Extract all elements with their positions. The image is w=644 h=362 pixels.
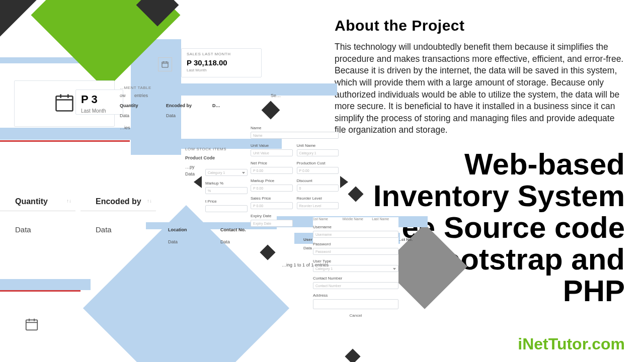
middle-name-label: Middle Name: [343, 217, 369, 221]
cell-data: Data: [0, 225, 80, 234]
decor-diamond: [0, 0, 37, 39]
markup-pct-label: Markup %: [205, 181, 248, 186]
t-price-label: t Price: [205, 199, 248, 204]
prod-cost-input[interactable]: P 0.00: [297, 167, 339, 174]
unit-name-label: Unit Name: [297, 143, 339, 148]
kpi-card-fragment: P 3 Last Month: [75, 89, 123, 115]
sales-card: SALES LAST MONTH P 30,118.00 Last Month: [181, 48, 262, 77]
col-encoded[interactable]: Encoded by↑↓: [80, 197, 161, 211]
t-price-input[interactable]: [205, 205, 248, 212]
sort-icon: ↑↓: [66, 198, 71, 204]
net-price-label: Net Price: [251, 161, 293, 165]
name-label: Name: [251, 126, 339, 130]
product-form-left: Category 1 Markup % % t Price: [205, 169, 248, 217]
cell-data: Data: [80, 225, 161, 234]
markup-price-label: Markup Price: [251, 178, 293, 183]
sales-value: P 30,118.00: [187, 58, 256, 67]
decor-diamond: [345, 348, 360, 362]
location-table: Location Contact No. Data Data: [168, 227, 259, 244]
address-label: Address: [313, 293, 398, 298]
expiry-input[interactable]: Expiry Date: [251, 220, 293, 227]
contact-label: Contact Number: [313, 276, 398, 281]
markup-pct-input[interactable]: %: [205, 187, 248, 194]
sort-icon: ↑↓: [147, 198, 152, 204]
username-input[interactable]: Username: [313, 231, 398, 238]
search-hint: Se…: [271, 93, 281, 98]
showing-text: …ing 1 to 1 of 1 entries: [282, 262, 329, 267]
svg-rect-0: [56, 96, 73, 111]
net-price-input[interactable]: P 0.00: [251, 167, 293, 174]
unit-value-label: Unit Value: [251, 143, 293, 148]
col-encoded-label: Encoded by: [96, 197, 141, 206]
sales-price-label: Sales Price: [251, 196, 293, 201]
col-quantity-label: Quantity: [15, 197, 48, 206]
category-select[interactable]: Category 1: [205, 169, 248, 176]
sales-label: SALES LAST MONTH: [187, 52, 256, 56]
address-input[interactable]: [313, 299, 398, 309]
chevron-left-icon: [194, 176, 202, 188]
col-contact: Contact No.: [220, 227, 251, 232]
cancel-button[interactable]: Cancel: [313, 313, 398, 318]
reorder-input[interactable]: Reorder Level: [297, 202, 339, 209]
chevron-right-icon: [340, 176, 348, 188]
col-location: Location: [168, 227, 198, 232]
entries-suffix: entries: [134, 93, 148, 98]
col-d: D…: [212, 103, 244, 108]
cell-data: Data: [166, 113, 197, 118]
entries-prefix: ow: [120, 93, 126, 98]
calendar-icon: [24, 317, 39, 332]
last-name-label: Last Name: [372, 217, 398, 221]
calendar-small-icon: [158, 57, 172, 71]
sales-price-input[interactable]: P 0.00: [251, 202, 293, 209]
prod-cost-label: Production Cost: [297, 161, 339, 165]
unit-name-input[interactable]: Category 1: [297, 149, 339, 156]
decor-strip: [0, 279, 91, 290]
col-encoded: Encoded by: [166, 103, 197, 108]
contact-input[interactable]: Contact Number: [313, 282, 398, 289]
user-right-hdr: …ct No.: [397, 237, 413, 242]
table-title: …MENT TABLE: [120, 85, 281, 90]
cell-data: Data: [168, 239, 198, 244]
password-label: Password: [313, 242, 398, 246]
unit-value-input[interactable]: Unit Value: [251, 149, 293, 156]
kpi-sub: Last Month: [81, 108, 118, 114]
table-fragment: …MENT TABLE ow entries Se… Quantity Enco…: [120, 85, 281, 130]
svg-rect-1: [162, 62, 168, 67]
password-input[interactable]: Password: [313, 248, 398, 255]
cell-data: Data: [220, 239, 251, 244]
col-quantity[interactable]: Quantity↑↓: [0, 197, 80, 211]
markup-price-input[interactable]: P 0.00: [251, 185, 293, 192]
product-form: Name Name Unit Value Unit Value Unit Nam…: [251, 126, 339, 231]
discount-input[interactable]: 0: [297, 185, 339, 192]
decor-diamond: [260, 244, 275, 260]
username-label: Username: [313, 225, 398, 229]
name-input[interactable]: Name: [251, 132, 339, 139]
svg-rect-2: [26, 320, 38, 330]
expiry-label: Expiry Date: [251, 214, 293, 218]
discount-label: Discount: [297, 178, 339, 183]
table-snippet: Quantity↑↓ Encoded by↑↓ Data Data: [0, 197, 161, 234]
sales-sub: Last Month: [187, 68, 256, 72]
decor-diamond: [348, 186, 363, 202]
first-name-label: 1st Name: [313, 217, 340, 221]
reorder-label: Reorder Level: [297, 196, 339, 201]
collage: P 3 Last Month SALES LAST MONTH P 30,118…: [0, 0, 433, 362]
user-form: 1st Name Middle Name Last Name Username …: [313, 217, 398, 318]
calendar-icon: [53, 92, 75, 116]
brand-name: iNetTutor.com: [518, 335, 625, 353]
kpi-value: P 3: [81, 93, 118, 106]
user-right-col: …ct No.: [397, 237, 413, 246]
cell-data: Data: [120, 113, 151, 118]
col-quantity: Quantity: [120, 103, 151, 108]
